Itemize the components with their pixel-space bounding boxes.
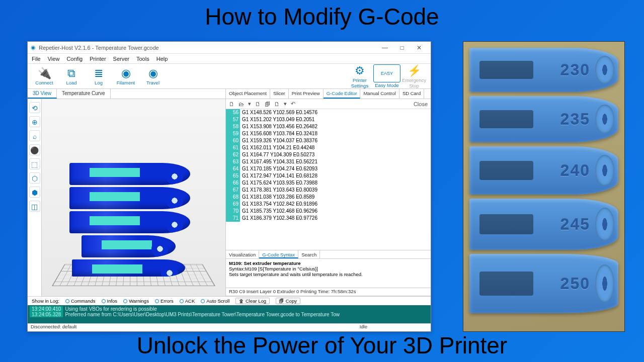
window-title: Repetier-Host V2.1.6 - Temperature Tower… [39, 45, 159, 51]
editor-close-button[interactable]: Close [414, 101, 428, 107]
open-file-icon[interactable]: 🗁 [238, 101, 244, 107]
trash-icon: 🗑 [239, 298, 244, 304]
photo-tier: 250 [469, 254, 618, 313]
log-button[interactable]: ≣Log [85, 67, 112, 85]
gear-icon: ⚙ [346, 64, 373, 77]
easy-icon: EASY [373, 64, 400, 82]
photo-temp-label: 245 [560, 215, 590, 234]
fit-tool[interactable]: ⚫ [29, 144, 40, 155]
iso-tool[interactable]: ⬚ [29, 158, 40, 169]
tab-gcode-syntax[interactable]: G-Code Syntax [259, 250, 298, 258]
gcode-editor-text[interactable]: 56G1 X148.526 Y102.569 E0.1457657G1 X151… [226, 109, 431, 250]
gcode-line[interactable]: 64G1 X170.185 Y104.274 E0.62093 [226, 165, 431, 172]
overlay-title-bottom: Unlock the Power of Your 3D Printer [0, 332, 644, 359]
photo-temp-label: 235 [560, 110, 590, 129]
menu-view[interactable]: View [48, 56, 60, 62]
gcode-line[interactable]: 56G1 X148.526 Y102.569 E0.14576 [226, 109, 431, 116]
status-connection: Disconnected: default [31, 324, 76, 331]
move-tool[interactable]: ⊕ [29, 116, 40, 127]
gcode-line[interactable]: 71G1 X186.379 Y102.348 E0.97726 [226, 215, 431, 222]
plus-file-icon: ⧉ [58, 67, 85, 80]
log-auto-scroll[interactable]: Auto Scroll [201, 298, 229, 304]
printer-settings-button[interactable]: ⚙Printer Settings [346, 64, 373, 88]
tab-object-placement[interactable]: Object Placement [226, 89, 270, 99]
status-idle: Idle [360, 324, 367, 331]
tab-temperature-curve[interactable]: Temperature Curve [57, 89, 111, 99]
front-tool[interactable]: ⬢ [29, 187, 40, 198]
zoom-tool[interactable]: ⌕ [29, 130, 40, 141]
filament-button[interactable]: ◉Filament [112, 67, 139, 85]
bolt-icon: ⚡ [400, 64, 428, 77]
app-window: ◉ Repetier-Host V2.1.6 - Temperature Tow… [27, 41, 431, 332]
connect-button[interactable]: 🔌Connect [31, 67, 58, 85]
gcode-line[interactable]: 60G1 X159.326 Y104.037 E0.38376 [226, 137, 431, 144]
gcode-line[interactable]: 67G1 X178.381 Y103.643 E0.80039 [226, 187, 431, 194]
gcode-line[interactable]: 66G1 X175.624 Y103.935 E0.73988 [226, 179, 431, 187]
window-close-button[interactable]: ✕ [411, 44, 428, 51]
gcode-line[interactable]: 69G1 X183.754 Y102.842 E0.91896 [226, 201, 431, 208]
copy-icon[interactable]: 🗐 [265, 101, 270, 107]
window-maximize-button[interactable]: □ [393, 44, 411, 51]
3d-viewport[interactable]: ⟲ ⊕ ⌕ ⚫ ⬚ ⬡ ⬢ ◫ [28, 99, 225, 296]
gcode-line[interactable]: 61G1 X162.011 Y104.21 E0.44248 [226, 144, 431, 151]
toolbar: 🔌Connect ⧉Load ≣Log ◉Filament ◉Travel ⚙P… [28, 64, 431, 89]
tab-search[interactable]: Search [298, 250, 320, 258]
gcode-line[interactable]: 57G1 X151.202 Y103.049 E0.2051 [226, 116, 431, 123]
log-filter-errors[interactable]: Errors [155, 298, 174, 304]
copy-log-button[interactable]: 🗐 Copy [276, 298, 300, 304]
gcode-line[interactable]: 58G1 X153.908 Y103.456 E0.26482 [226, 123, 431, 130]
printer-settings-label: Printer Settings [351, 77, 368, 88]
gcode-line[interactable]: 70G1 X185.735 Y102.468 E0.96296 [226, 208, 431, 215]
gcode-line[interactable]: 65G1 X172.947 Y104.141 E0.68128 [226, 172, 431, 179]
tab-manual-control[interactable]: Manual Control [360, 89, 399, 99]
gcode-line[interactable]: 68G1 X181.038 Y103.286 E0.8589 [226, 194, 431, 201]
gcode-line[interactable]: 63G1 X167.495 Y104.331 E0.56221 [226, 158, 431, 165]
log-filter-bar: Show in Log: Commands Infos Warnings Err… [28, 296, 431, 305]
tab-sd-card[interactable]: SD Card [399, 89, 424, 99]
easy-mode-button[interactable]: EASYEasy Mode [373, 64, 400, 88]
emergency-stop-button[interactable]: ⚡Emergency Stop [400, 64, 428, 88]
eye-icon: ◉ [112, 67, 139, 80]
tab-visualization[interactable]: Visualization [226, 250, 259, 258]
menu-file[interactable]: File [32, 56, 41, 62]
tab-3d-view[interactable]: 3D View [28, 89, 57, 99]
top-tool[interactable]: ⬡ [29, 172, 40, 184]
list-icon: ≣ [85, 67, 112, 80]
undo-icon[interactable]: ↶ [291, 101, 295, 107]
parallel-tool[interactable]: ◫ [29, 201, 40, 212]
log-line: 13:24:00.410Using fast VBOs for renderin… [30, 306, 429, 312]
menu-config[interactable]: Config [66, 56, 83, 62]
menu-help[interactable]: Help [156, 56, 168, 62]
rotate-tool[interactable]: ⟲ [29, 102, 40, 113]
log-filter-commands[interactable]: Commands [65, 298, 96, 304]
paste-icon[interactable]: 🗋 [274, 101, 280, 107]
syntax-line: Syntax:M109 [S{Temperature in °Celsius}] [229, 266, 318, 272]
menu-tools[interactable]: Tools [136, 56, 149, 62]
bottom-tabstrip: Visualization G-Code Syntax Search [226, 250, 431, 259]
tab-slicer[interactable]: Slicer [270, 89, 289, 99]
new-file-icon[interactable]: 🗋 [229, 101, 234, 107]
statusbar: Disconnected: default Idle [28, 323, 431, 331]
photo-tier: 230 [469, 48, 618, 92]
easy-mode-label: Easy Mode [375, 82, 399, 88]
menu-printer[interactable]: Printer [90, 56, 106, 62]
menu-server[interactable]: Server [113, 56, 129, 62]
gcode-line[interactable]: 62G1 X164.77 Y104.309 E0.50273 [226, 151, 431, 158]
clear-log-button[interactable]: 🗑 Clear Log [235, 298, 270, 304]
travel-button[interactable]: ◉Travel [139, 67, 167, 85]
log-filter-ack[interactable]: ACK [180, 298, 195, 304]
log-filter-infos[interactable]: Infos [102, 298, 118, 304]
left-tabstrip: 3D View Temperature Curve [28, 89, 225, 99]
filament-label: Filament [117, 80, 135, 85]
window-minimize-button[interactable]: — [376, 44, 393, 51]
printed-tower-photo: 230 235 240 245 250 [463, 41, 625, 332]
gcode-line[interactable]: 59G1 X156.608 Y103.784 E0.32418 [226, 130, 431, 137]
dropdown2-icon[interactable]: ▾ [284, 101, 287, 107]
save-icon[interactable]: 🗋 [255, 101, 261, 107]
log-filter-warnings[interactable]: Warnings [123, 298, 149, 304]
tab-gcode-editor[interactable]: G-Code Editor [324, 89, 361, 99]
log-output[interactable]: 13:24:00.410Using fast VBOs for renderin… [28, 305, 431, 323]
load-button[interactable]: ⧉Load [58, 67, 85, 85]
dropdown-icon[interactable]: ▾ [248, 101, 251, 107]
tab-print-preview[interactable]: Print Preview [289, 89, 324, 99]
